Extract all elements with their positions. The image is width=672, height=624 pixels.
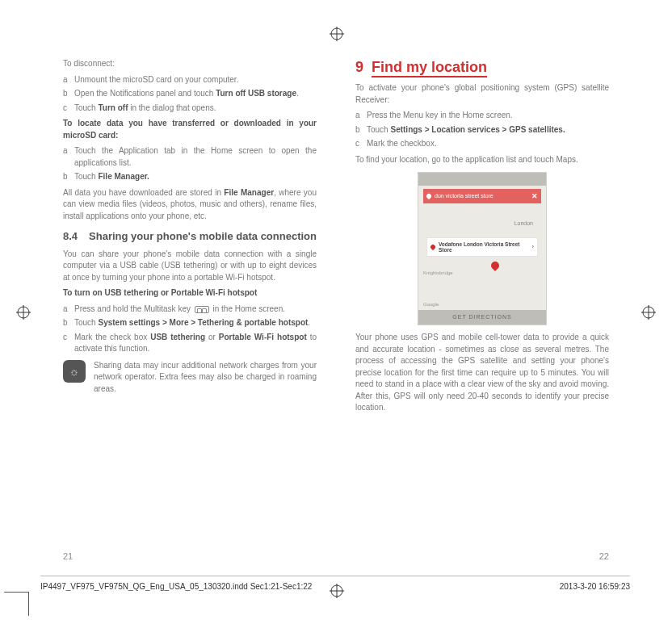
- content-columns: To disconnect: aUnmount the microSD card…: [63, 57, 609, 418]
- place-name: Vodafone London Victoria Street Store: [439, 241, 529, 253]
- locate-list: aTouch the Application tab in the Home s…: [63, 145, 317, 183]
- l-c: Touch Turn off in the dialog that opens.: [74, 103, 317, 115]
- r-b: Touch Settings > Location services > GPS…: [367, 124, 609, 136]
- page-number-left: 21: [63, 551, 73, 561]
- district-label: Knightsbridge: [423, 270, 453, 277]
- registration-mark-top: [330, 27, 344, 41]
- left-column: To disconnect: aUnmount the microSD card…: [63, 57, 317, 418]
- l3-b: Touch System settings > More > Tethering…: [74, 317, 317, 329]
- get-directions-button: GET DIRECTIONS: [418, 310, 546, 325]
- disconnect-list: aUnmount the microSD card on your comput…: [63, 74, 317, 115]
- note-row: Sharing data may incur additional networ…: [63, 360, 317, 396]
- chevron-right-icon: ›: [532, 243, 534, 250]
- l-a: Unmount the microSD card on your compute…: [74, 74, 317, 86]
- l-b: Open the Notifications panel and touch T…: [74, 88, 317, 100]
- indd-timestamp: 2013-3-20 16:59:23: [560, 582, 630, 591]
- right-column: 9Find my location To activate your phone…: [355, 57, 609, 418]
- hotspot-list: aPress and hold the Multitask key in the…: [63, 304, 317, 355]
- gps-lead: To activate your phone's global position…: [355, 82, 609, 106]
- google-attribution: Google: [423, 301, 439, 308]
- find-location-line: To find your location, go to the applica…: [355, 154, 609, 166]
- map-search-bar: don victoria street store ✕: [423, 189, 541, 203]
- indd-filename: IP4497_VF975_VF975N_QG_Eng_USA_05_130320…: [40, 582, 312, 591]
- gps-list: aPress the Menu key in the Home screen. …: [355, 110, 609, 150]
- search-text: don victoria street store: [435, 192, 494, 200]
- maps-screenshot: don victoria street store ✕ London Vodaf…: [418, 172, 547, 325]
- city-label: London: [514, 220, 533, 228]
- l3-c: Mark the check box USB tethering or Port…: [74, 332, 317, 355]
- note-text: Sharing data may incur additional networ…: [94, 360, 317, 396]
- map-marker-icon: [489, 260, 501, 271]
- pin-icon: [426, 193, 432, 199]
- close-icon: ✕: [531, 191, 538, 202]
- l3-a: Press and hold the Multitask key in the …: [74, 304, 317, 316]
- registration-mark-right: [641, 305, 656, 320]
- section-8-4-heading: 8.4Sharing your phone's mobile data conn…: [63, 230, 317, 244]
- share-para: You can share your phone's mobile data c…: [63, 249, 317, 284]
- gps-explain-para: Your phone uses GPS and mobile cell-towe…: [355, 332, 609, 414]
- r-a: Press the Menu key in the Home screen.: [367, 110, 609, 122]
- l2-a: Touch the Application tab in the Home sc…: [74, 145, 317, 169]
- l2-b: Touch File Manager.: [74, 171, 317, 183]
- registration-mark-left: [16, 305, 31, 320]
- r-c: Mark the checkbox.: [367, 138, 609, 150]
- lightbulb-icon: [63, 360, 86, 383]
- disconnect-lead: To disconnect:: [63, 58, 317, 70]
- imposition-footer: IP4497_VF975_VF975N_QG_Eng_USA_05_130320…: [40, 576, 630, 593]
- multitask-key-icon: [195, 306, 209, 313]
- page-number-right: 22: [599, 551, 609, 561]
- filemanager-para: All data you have downloaded are stored …: [63, 187, 317, 223]
- status-bar: [418, 173, 546, 186]
- place-card: Vodafone London Victoria Street Store ›: [426, 237, 538, 257]
- locate-subhead: To locate data you have transferred or d…: [63, 118, 317, 141]
- pin-icon: [430, 244, 436, 250]
- hotspot-subhead: To turn on USB tethering or Portable Wi-…: [63, 287, 317, 299]
- chapter-9-heading: 9Find my location: [355, 57, 609, 77]
